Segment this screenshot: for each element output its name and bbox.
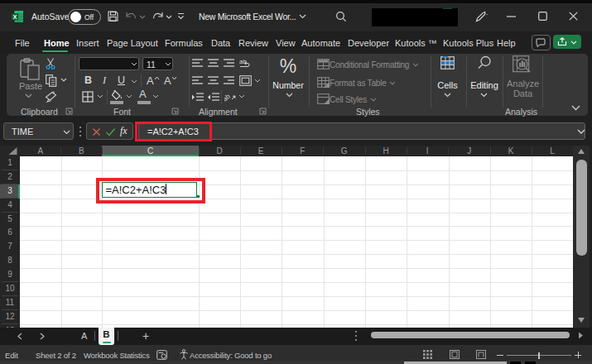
svg-text:ab: ab bbox=[224, 92, 232, 103]
svg-text:X: X bbox=[12, 13, 17, 21]
